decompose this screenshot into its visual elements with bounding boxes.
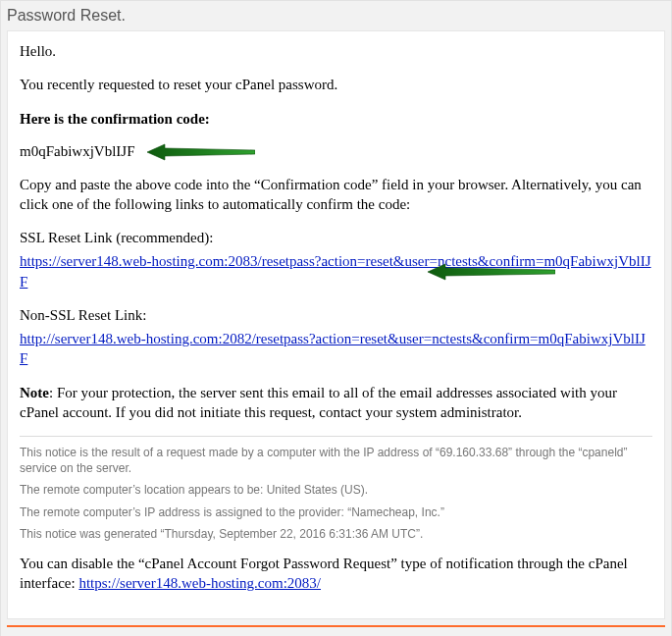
svg-marker-1 bbox=[428, 264, 555, 280]
disable-notice: You can disable the “cPanel Account Forg… bbox=[20, 554, 652, 594]
note-label: Note bbox=[20, 385, 49, 400]
nonssl-link-label: Non-SSL Reset Link: bbox=[20, 305, 652, 325]
nonssl-link-block: Non-SSL Reset Link: http://server148.web… bbox=[20, 305, 652, 369]
greeting: Hello. bbox=[20, 41, 652, 61]
ssl-link-label: SSL Reset Link (recommended): bbox=[20, 228, 652, 247]
notice-ip: This notice is the result of a request m… bbox=[20, 445, 652, 476]
note-text: : For your protection, the server sent t… bbox=[20, 385, 617, 420]
header: Password Reset. bbox=[1, 1, 671, 30]
ssl-link-block: SSL Reset Link (recommended): https://se… bbox=[20, 228, 652, 292]
nonssl-reset-link[interactable]: http://server148.web-hosting.com:2082/re… bbox=[20, 331, 646, 366]
footer: cP Copyright© 2016 cPanel, Inc. bbox=[1, 627, 671, 636]
intro-text: You recently requested to reset your cPa… bbox=[20, 75, 652, 94]
notice-provider: The remote computer’s IP address is assi… bbox=[20, 504, 652, 520]
code-heading: Here is the confirmation code: bbox=[20, 109, 652, 129]
confirmation-code-row: m0qFabiwxjVblIJF bbox=[20, 142, 652, 161]
notice-block: This notice is the result of a request m… bbox=[20, 436, 652, 542]
annotation-arrow-icon bbox=[428, 263, 555, 281]
email-container: Password Reset. Hello. You recently requ… bbox=[0, 0, 672, 636]
notice-location: The remote computer’s location appears t… bbox=[20, 482, 652, 498]
ssl-reset-link[interactable]: https://server148.web-hosting.com:2083/r… bbox=[20, 253, 651, 289]
svg-marker-0 bbox=[147, 144, 255, 160]
annotation-arrow-icon bbox=[147, 143, 255, 161]
protection-note: Note: For your protection, the server se… bbox=[20, 383, 652, 423]
email-body: Hello. You recently requested to reset y… bbox=[7, 30, 665, 619]
cpanel-interface-link[interactable]: https://server148.web-hosting.com:2083/ bbox=[78, 575, 321, 591]
confirmation-code: m0qFabiwxjVblIJF bbox=[20, 143, 135, 160]
page-title: Password Reset. bbox=[7, 7, 126, 24]
instructions: Copy and paste the above code into the “… bbox=[20, 175, 652, 215]
notice-timestamp: This notice was generated “Thursday, Sep… bbox=[20, 526, 652, 542]
